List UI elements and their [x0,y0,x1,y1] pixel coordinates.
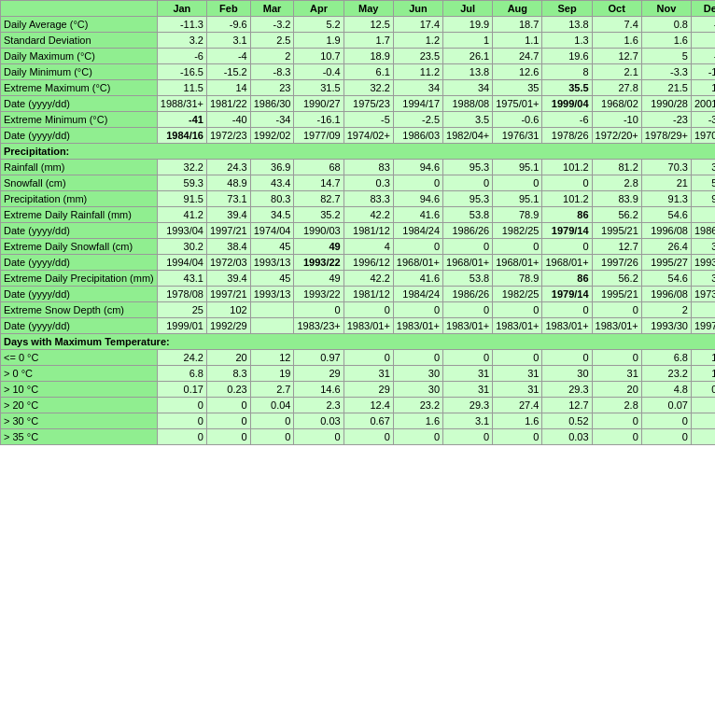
table-cell: 1990/28 [641,96,691,112]
table-cell: 0 [691,398,715,413]
table-cell: 12.4 [343,398,393,413]
table-cell: 0 [691,429,715,445]
table-cell: 1986/02 [691,223,715,239]
table-cell: 30 [393,382,442,398]
table-cell: 1.6 [393,413,442,429]
table-cell: 1970/22 [691,128,715,144]
table-cell: 80.3 [250,191,294,207]
precip-section-header: Precipitation: [1,144,716,160]
table-cell: 41.2 [157,207,206,223]
table-cell: 0 [393,175,442,191]
table-cell: 86 [542,271,592,287]
table-cell: 1984/24 [393,287,442,302]
table-cell: 1997/26 [592,255,641,271]
table-cell: 12.5 [343,17,393,33]
col-sep: Sep [542,1,592,17]
row-label: Date (yyyy/dd) [1,223,158,239]
row-label: Snowfall (cm) [1,175,158,191]
table-cell: 82.7 [294,191,343,207]
table-cell: 1996/08 [641,223,691,239]
table-cell: 1983/01+ [542,318,592,334]
table-cell: 1982/25 [493,287,542,302]
table-cell: 0 [343,350,393,366]
table-cell: 13.8 [542,17,592,33]
table-cell: 37.5 [691,160,715,175]
col-jun: Jun [393,1,442,17]
table-cell: 24.3 [206,160,250,175]
table-cell: 1997/01 [691,318,715,334]
table-cell: 30 [393,366,442,382]
table-cell: -8.3 [250,64,294,80]
table-cell: 1988/08 [443,96,493,112]
table-cell: 2 [250,49,294,64]
table-cell: 1986/26 [443,223,493,239]
table-cell: 0 [294,429,343,445]
table-cell: 43.1 [157,271,206,287]
table-cell: 0 [493,239,542,255]
table-cell: 95.3 [443,191,493,207]
table-cell: 2.3 [294,398,343,413]
row-label: Date (yyyy/dd) [1,318,158,334]
table-cell: 1992/29 [206,318,250,334]
row-label: Daily Average (°C) [1,17,158,33]
table-cell: 1.3 [542,33,592,49]
table-cell: 1978/08 [157,287,206,302]
table-cell: -5 [343,112,393,128]
table-cell: 1996/12 [343,255,393,271]
table-cell: 19.7 [691,350,715,366]
table-cell: 0 [443,302,493,318]
table-cell: 101.2 [542,191,592,207]
table-cell: 0 [250,429,294,445]
table-cell: 49 [294,239,343,255]
table-cell: 34.5 [250,207,294,223]
table-cell: 41.6 [393,207,442,223]
table-cell: 8.3 [206,366,250,382]
table-cell: 1993/30 [641,318,691,334]
table-cell: 0 [641,429,691,445]
row-label: Extreme Daily Rainfall (mm) [1,207,158,223]
table-cell: 29.3 [443,398,493,413]
table-cell: -2.5 [393,112,442,128]
col-dec: Dec [691,1,715,17]
table-cell: 0 [294,302,343,318]
temperature-header [1,1,158,17]
table-cell: 1968/01+ [443,255,493,271]
table-cell: 12 [250,350,294,366]
table-cell: 31 [592,366,641,382]
table-cell: 2.1 [592,64,641,80]
table-cell: 83.3 [343,191,393,207]
col-oct: Oct [592,1,641,17]
table-cell: 42.2 [343,271,393,287]
table-cell: -9.6 [206,17,250,33]
table-cell: 1.1 [493,33,542,49]
table-cell: 1983/01+ [343,318,393,334]
table-cell: -2.6 [691,49,715,64]
table-cell: 8 [542,64,592,80]
table-cell [250,302,294,318]
table-cell: 1979/14 [542,223,592,239]
row-label: Date (yyyy/dd) [1,255,158,271]
table-cell: 11.5 [157,80,206,96]
table-cell: -6 [157,49,206,64]
table-cell: 3.1 [443,413,493,429]
table-cell: 0 [592,413,641,429]
table-cell: 2.5 [250,33,294,49]
table-cell: 24.7 [493,49,542,64]
table-cell: -23 [641,112,691,128]
table-cell: 21 [641,175,691,191]
table-cell: 0 [542,302,592,318]
table-cell: 0.67 [343,413,393,429]
table-cell: 34 [393,80,442,96]
table-cell: 45 [250,271,294,287]
table-cell: -6 [542,112,592,128]
table-cell: 54.6 [641,207,691,223]
col-feb: Feb [206,1,250,17]
table-cell: 1995/21 [592,287,641,302]
table-cell: 0 [157,398,206,413]
table-cell: 94.6 [393,160,442,175]
table-cell: 31 [493,382,542,398]
row-label: > 0 °C [1,366,158,382]
table-cell: 0 [493,429,542,445]
table-cell: 39.4 [206,271,250,287]
table-cell: 0 [443,429,493,445]
